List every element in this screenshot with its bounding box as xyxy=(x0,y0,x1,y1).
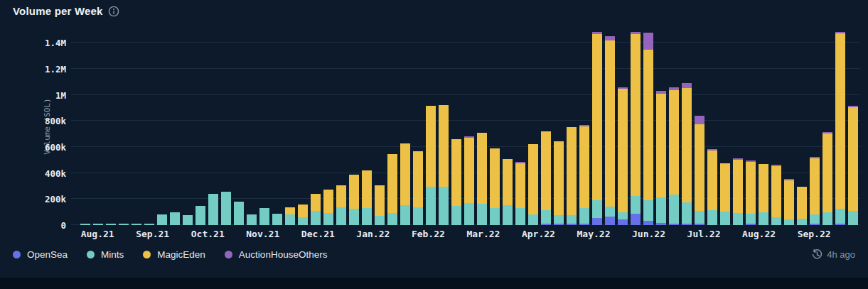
bar-segment-mints xyxy=(515,208,525,225)
week-bar[interactable] xyxy=(528,28,538,225)
bar-segment-mints xyxy=(195,206,205,225)
week-bar[interactable] xyxy=(682,28,692,225)
chart-panel: Volume per Week Volume (SOL) 0200k400k60… xyxy=(0,0,868,278)
bar-segment-magiceden xyxy=(771,166,781,217)
week-bar[interactable] xyxy=(695,28,704,225)
page-background-strip xyxy=(0,278,868,289)
week-bar[interactable] xyxy=(195,28,205,225)
week-bar[interactable] xyxy=(413,28,423,225)
week-bar[interactable] xyxy=(349,28,359,225)
info-icon[interactable] xyxy=(108,6,119,17)
week-bar[interactable] xyxy=(797,28,807,225)
y-tick-label: 0 xyxy=(0,220,66,231)
x-tick-label: Nov.21 xyxy=(246,229,279,239)
week-bar[interactable] xyxy=(157,28,167,225)
week-bar[interactable] xyxy=(835,28,845,225)
bar-segment-opensea xyxy=(579,224,589,225)
week-bar[interactable] xyxy=(336,28,346,225)
week-bar[interactable] xyxy=(477,28,487,225)
bar-segment-mints xyxy=(387,213,397,225)
week-bar[interactable] xyxy=(643,28,653,225)
bar-segment-opensea xyxy=(835,224,845,225)
week-bar[interactable] xyxy=(771,28,781,225)
week-bar[interactable] xyxy=(503,28,513,225)
bar-segment-opensea xyxy=(695,224,704,225)
legend-item-mints[interactable]: Mints xyxy=(87,249,124,260)
week-bar[interactable] xyxy=(387,28,397,225)
week-bar[interactable] xyxy=(746,28,756,225)
week-bar[interactable] xyxy=(618,28,628,225)
week-bar[interactable] xyxy=(490,28,500,225)
week-bar[interactable] xyxy=(592,28,602,225)
week-bar[interactable] xyxy=(464,28,474,225)
week-bar[interactable] xyxy=(707,28,717,225)
week-bar[interactable] xyxy=(247,28,257,225)
bar-segment-magiceden xyxy=(759,164,768,212)
bar-segment-opensea xyxy=(541,224,551,225)
week-bar[interactable] xyxy=(669,28,679,225)
week-bar[interactable] xyxy=(183,28,193,225)
week-bar[interactable] xyxy=(132,28,141,225)
week-bar[interactable] xyxy=(567,28,577,225)
legend-label: OpenSea xyxy=(27,249,68,260)
week-bar[interactable] xyxy=(400,28,410,225)
week-bar[interactable] xyxy=(170,28,180,225)
bar-segment-magiceden xyxy=(439,105,449,187)
week-bar[interactable] xyxy=(784,28,794,225)
legend-item-opensea[interactable]: OpenSea xyxy=(13,249,68,260)
week-bar[interactable] xyxy=(554,28,564,225)
bar-segment-mints xyxy=(106,224,116,225)
bar-segment-mints xyxy=(336,207,346,225)
week-bar[interactable] xyxy=(144,28,154,225)
week-bar[interactable] xyxy=(93,28,103,225)
week-bar[interactable] xyxy=(759,28,768,225)
week-bar[interactable] xyxy=(439,28,449,225)
bar-segment-magiceden xyxy=(746,162,756,214)
week-bar[interactable] xyxy=(323,28,333,225)
bar-segment-mints xyxy=(682,202,692,224)
history-clock-icon xyxy=(812,249,823,260)
week-bar[interactable] xyxy=(810,28,820,225)
week-bar[interactable] xyxy=(106,28,116,225)
week-bar[interactable] xyxy=(272,28,282,225)
bar-segment-mints xyxy=(643,200,653,221)
week-bar[interactable] xyxy=(720,28,730,225)
chart-header: Volume per Week xyxy=(13,5,119,17)
bar-segment-opensea xyxy=(746,224,756,225)
bar-segment-mints xyxy=(567,215,577,224)
plot-area xyxy=(71,28,860,225)
bar-segment-mints xyxy=(349,209,359,225)
week-bar[interactable] xyxy=(208,28,218,225)
week-bar[interactable] xyxy=(375,28,385,225)
week-bar[interactable] xyxy=(285,28,295,225)
bar-segment-magiceden xyxy=(490,148,500,208)
week-bar[interactable] xyxy=(234,28,244,225)
bar-segment-magiceden xyxy=(413,151,423,207)
week-bar[interactable] xyxy=(311,28,321,225)
week-bar[interactable] xyxy=(579,28,589,225)
bar-segment-magiceden xyxy=(695,124,704,211)
legend-item-auctionhouseothers[interactable]: AuctionHouseOthers xyxy=(225,249,328,260)
week-bar[interactable] xyxy=(605,28,615,225)
week-bar[interactable] xyxy=(426,28,436,225)
bar-segment-magiceden xyxy=(503,159,513,205)
week-bar[interactable] xyxy=(259,28,269,225)
week-bar[interactable] xyxy=(80,28,90,225)
week-bar[interactable] xyxy=(221,28,231,225)
last-updated-label: 4h ago xyxy=(827,249,855,260)
week-bar[interactable] xyxy=(656,28,666,225)
week-bar[interactable] xyxy=(631,28,641,225)
bar-segment-magiceden xyxy=(835,33,845,209)
bar-segment-mints xyxy=(669,195,679,224)
week-bar[interactable] xyxy=(848,28,858,225)
week-bar[interactable] xyxy=(362,28,372,225)
legend-item-magiceden[interactable]: MagicEden xyxy=(143,249,205,260)
week-bar[interactable] xyxy=(541,28,551,225)
week-bar[interactable] xyxy=(119,28,129,225)
week-bar[interactable] xyxy=(733,28,743,225)
week-bar[interactable] xyxy=(451,28,461,225)
week-bar[interactable] xyxy=(298,28,308,225)
legend-label: Mints xyxy=(101,249,124,260)
week-bar[interactable] xyxy=(823,28,832,225)
week-bar[interactable] xyxy=(515,28,525,225)
